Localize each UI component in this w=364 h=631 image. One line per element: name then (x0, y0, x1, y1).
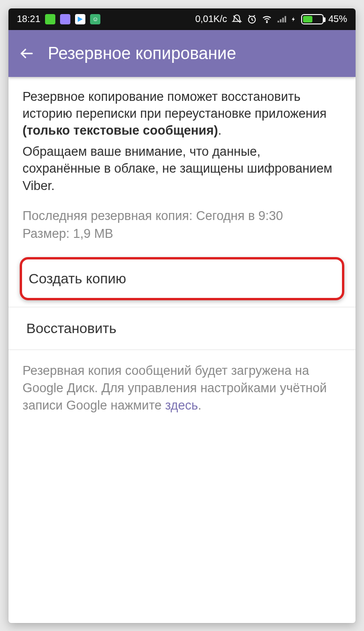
app-bar: Резервное копирование (8, 30, 356, 77)
size-value: 1,9 MB (73, 227, 114, 241)
backup-meta: Последняя резервная копия: Сегодня в 9:3… (23, 207, 341, 243)
status-bar-left: 18:21 ☺ (17, 14, 100, 24)
description-text: Резервное копирование поможет восстанови… (23, 88, 341, 139)
app-icon-2 (60, 14, 70, 24)
create-backup-button[interactable]: Создать копию (20, 257, 344, 300)
charging-icon (291, 15, 296, 24)
desc-period: . (218, 123, 222, 137)
content-area: Резервное копирование поможет восстанови… (8, 77, 356, 426)
device-frame: 18:21 ☺ 0,01K/c (8, 8, 356, 623)
svg-point-1 (266, 22, 267, 23)
options-block: Создать копию Восстановить (23, 257, 341, 350)
desc-bold: (только текстовые сообщения) (23, 123, 218, 137)
last-backup-value: Сегодня в 9:30 (196, 209, 283, 223)
footer-suffix: . (198, 398, 202, 412)
separator-2 (8, 350, 356, 350)
dnd-icon (232, 14, 242, 24)
play-store-icon (75, 14, 85, 24)
clock-text: 18:21 (17, 14, 40, 24)
app-icon-4: ☺ (90, 14, 100, 24)
battery-fill (303, 16, 312, 23)
google-drive-note: Резервная копия сообщений будет загружен… (23, 362, 341, 415)
alarm-icon (247, 14, 257, 24)
size-label: Размер: (23, 227, 69, 241)
back-button[interactable] (19, 46, 35, 61)
desc-part1: Резервное копирование поможет восстанови… (23, 90, 326, 121)
size-row: Размер: 1,9 MB (23, 225, 341, 243)
description-warning: Обращаем ваше внимание, что данные, сохр… (23, 143, 341, 194)
last-backup-row: Последняя резервная копия: Сегодня в 9:3… (23, 207, 341, 225)
last-backup-label: Последняя резервная копия: (23, 209, 192, 223)
battery-icon (301, 14, 324, 24)
network-rate-text: 0,01K/c (195, 14, 227, 24)
battery-percent-text: 45% (328, 14, 347, 24)
google-settings-link[interactable]: здесь (165, 398, 198, 412)
signal-icon (277, 15, 286, 24)
page-title: Резервное копирование (48, 44, 236, 63)
app-icon-1 (45, 14, 55, 24)
wifi-icon (262, 14, 272, 24)
status-bar-right: 0,01K/c (195, 14, 347, 24)
restore-button[interactable]: Восстановить (23, 307, 341, 350)
status-bar: 18:21 ☺ 0,01K/c (8, 8, 356, 30)
